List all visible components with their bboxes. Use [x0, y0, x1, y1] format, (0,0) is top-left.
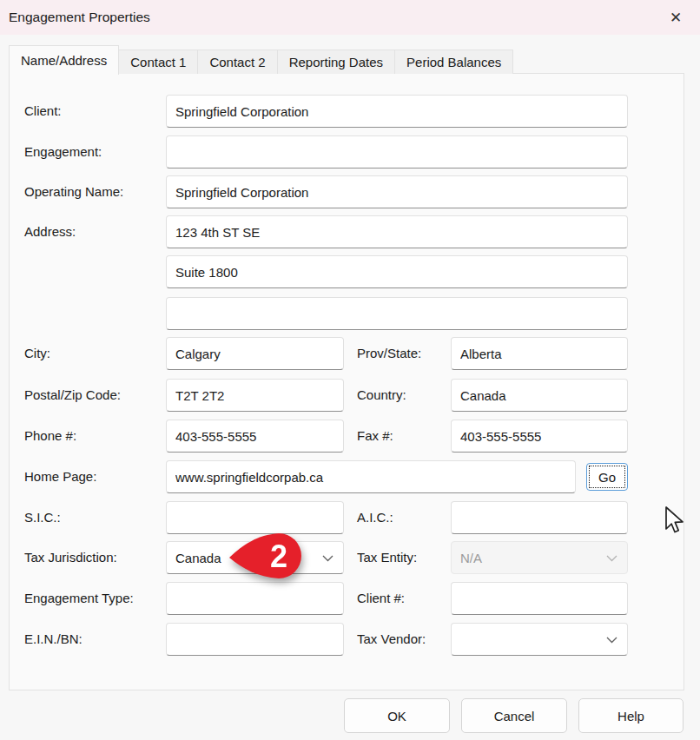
country-input[interactable]: [451, 379, 628, 412]
annotation-badge-number: 2: [270, 538, 287, 574]
engagement-properties-dialog: Engagement Properties ✕ Name/Address Con…: [0, 0, 700, 740]
operating-name-label: Operating Name:: [24, 175, 123, 208]
tax-vendor-select[interactable]: [451, 623, 628, 656]
country-label: Country:: [357, 379, 406, 412]
tab-name-address[interactable]: Name/Address: [9, 45, 119, 75]
client-number-label: Client #:: [357, 582, 405, 615]
address-line2-input[interactable]: [166, 255, 628, 288]
engagement-input[interactable]: [166, 135, 628, 168]
operating-name-input[interactable]: [166, 175, 628, 208]
ein-bn-input[interactable]: [166, 623, 344, 656]
client-number-input[interactable]: [451, 582, 628, 615]
tax-entity-select: N/A: [451, 541, 628, 574]
address-line3-input[interactable]: [166, 297, 628, 330]
phone-input[interactable]: [166, 420, 344, 453]
go-button-label: Go: [598, 470, 616, 485]
name-address-panel: Client: Engagement: Operating Name: Addr…: [9, 73, 684, 690]
ein-bn-label: E.I.N./BN:: [24, 623, 83, 656]
fax-input[interactable]: [451, 420, 628, 453]
window-title: Engagement Properties: [9, 0, 150, 35]
tab-contact-2[interactable]: Contact 2: [197, 50, 277, 74]
tax-jurisdiction-label: Tax Jurisdiction:: [24, 541, 117, 574]
annotation-badge-2: 2: [224, 528, 311, 585]
tab-contact-1[interactable]: Contact 1: [118, 50, 198, 74]
address-line1-input[interactable]: [166, 215, 628, 248]
fax-label: Fax #:: [357, 420, 393, 453]
cancel-button-label: Cancel: [494, 709, 535, 723]
tax-entity-label: Tax Entity:: [357, 541, 417, 574]
postal-zip-label: Postal/Zip Code:: [24, 379, 121, 412]
close-button[interactable]: ✕: [657, 0, 695, 35]
client-label: Client:: [24, 95, 62, 128]
go-button[interactable]: Go: [586, 463, 628, 491]
prov-state-input[interactable]: [451, 337, 628, 370]
engagement-type-input[interactable]: [166, 582, 344, 615]
sic-label: S.I.C.:: [24, 501, 61, 534]
engagement-type-label: Engagement Type:: [24, 582, 134, 615]
engagement-label: Engagement:: [24, 135, 102, 168]
home-page-label: Home Page:: [24, 460, 96, 493]
chevron-down-icon: [322, 555, 333, 562]
tax-jurisdiction-value: Canada: [175, 551, 221, 565]
title-bar: Engagement Properties ✕: [0, 0, 700, 35]
postal-zip-input[interactable]: [166, 379, 344, 412]
phone-label: Phone #:: [24, 420, 76, 453]
ok-button-label: OK: [387, 709, 406, 723]
address-label: Address:: [24, 215, 76, 248]
chevron-down-icon: [606, 555, 617, 562]
cancel-button[interactable]: Cancel: [461, 698, 567, 733]
city-input[interactable]: [166, 337, 344, 370]
tab-reporting-dates[interactable]: Reporting Dates: [277, 50, 395, 74]
help-button-label: Help: [617, 709, 644, 723]
tax-vendor-label: Tax Vendor:: [357, 623, 426, 656]
client-input[interactable]: [166, 95, 628, 128]
home-page-input[interactable]: [166, 460, 576, 493]
help-button[interactable]: Help: [578, 698, 683, 733]
close-icon: ✕: [670, 9, 682, 27]
prov-state-label: Prov/State:: [357, 337, 421, 370]
mouse-cursor-icon: [664, 505, 686, 535]
ok-button[interactable]: OK: [344, 698, 450, 733]
chevron-down-icon: [606, 637, 617, 644]
tab-period-balances[interactable]: Period Balances: [394, 50, 513, 74]
tab-strip: Name/Address Contact 1 Contact 2 Reporti…: [9, 45, 513, 74]
aic-input[interactable]: [451, 501, 628, 534]
city-label: City:: [24, 337, 50, 370]
tax-entity-value: N/A: [460, 551, 482, 565]
aic-label: A.I.C.:: [357, 501, 393, 534]
